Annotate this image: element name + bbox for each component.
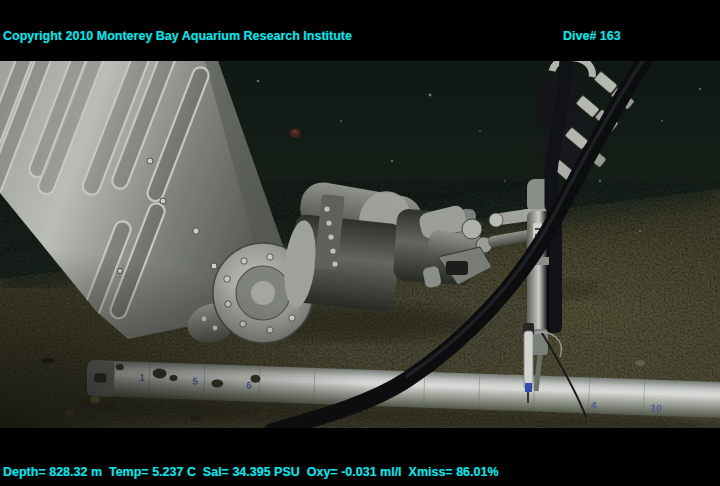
overlay-line-dive: Dive# 163	[563, 29, 700, 43]
underwater-scene: 1 5 6 4 10	[0, 61, 720, 428]
rov-video-frame: Copyright 2010 Monterey Bay Aquarium Res…	[0, 0, 720, 486]
overlay-bottom-line: Depth= 828.32 m Temp= 5.237 C Sal= 34.39…	[3, 465, 499, 479]
overlay-line-copyright: Copyright 2010 Monterey Bay Aquarium Res…	[3, 29, 406, 43]
vignette-wash	[0, 61, 720, 428]
